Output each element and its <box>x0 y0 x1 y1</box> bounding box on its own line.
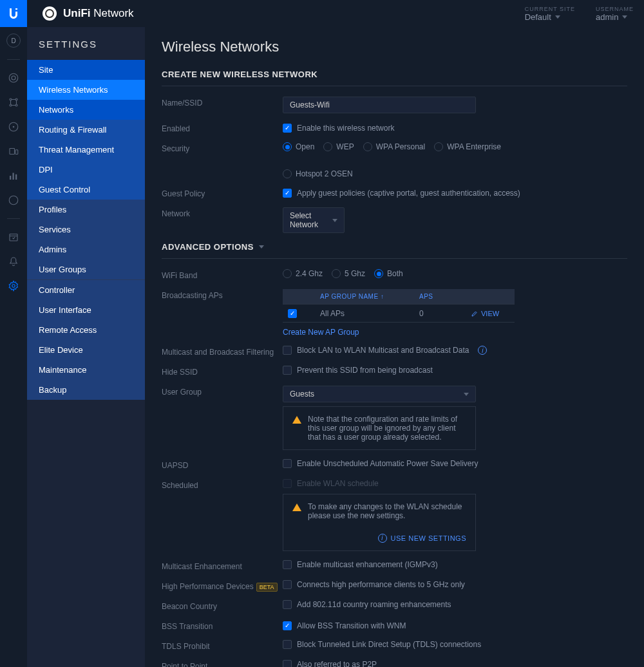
security-radio-wep[interactable]: WEP <box>323 142 354 151</box>
sidebar-title: SETTINGS <box>27 39 145 60</box>
sidebar-item-admins[interactable]: Admins <box>27 240 145 259</box>
settings-gear-icon[interactable] <box>7 279 20 292</box>
sidebar-item-profiles[interactable]: Profiles <box>27 200 145 220</box>
sidebar-item-elite-device[interactable]: Elite Device <box>27 340 145 360</box>
high-perf-checkbox[interactable]: Connects high performance clients to 5 G… <box>283 580 465 589</box>
ssid-input[interactable] <box>283 97 476 113</box>
warning-icon <box>292 503 301 511</box>
current-site-value: Default <box>525 12 551 22</box>
security-radio-wpa-personal[interactable]: WPA Personal <box>363 142 425 151</box>
sidebar-item-wireless-networks[interactable]: Wireless Networks <box>27 80 145 100</box>
label-network: Network <box>162 207 283 218</box>
info-icon: i <box>378 534 387 543</box>
sidebar-item-routing-and-firewall[interactable]: Routing & Firewall <box>27 120 145 140</box>
scheduled-note: To make any changes to the WLAN schedule… <box>283 494 476 551</box>
ap-row-checkbox[interactable] <box>288 309 297 318</box>
label-wifi-band: WiFi Band <box>162 269 283 280</box>
svg-rect-9 <box>15 150 18 155</box>
section-create-header: CREATE NEW WIRELESS NETWORK <box>162 70 627 86</box>
security-radio-wpa-enterprise[interactable]: WPA Enterprise <box>434 142 501 151</box>
beacon-country-checkbox[interactable]: Add 802.11d country roaming enhancements <box>283 600 451 609</box>
label-hide-ssid: Hide SSID <box>162 366 283 377</box>
svg-point-13 <box>9 196 18 205</box>
ap-row-name: All APs <box>320 309 419 318</box>
multicast-filter-checkbox[interactable]: Block LAN to WLAN Multicast and Broadcas… <box>283 346 487 355</box>
label-multicast-filter: Multicast and Broadcast Filtering <box>162 346 283 357</box>
multicast-enh-checkbox[interactable]: Enable multicast enhancement (IGMPv3) <box>283 560 438 569</box>
icon-sidebar: D <box>0 27 27 667</box>
beta-badge: BETA <box>256 583 278 592</box>
sidebar-item-services[interactable]: Services <box>27 220 145 240</box>
chevron-down-icon <box>332 219 337 222</box>
insights-icon[interactable] <box>7 194 20 207</box>
label-beacon-country: Beacon Country <box>162 600 283 611</box>
username-value: admin <box>596 12 618 22</box>
svg-point-1 <box>12 76 15 80</box>
section-advanced-header[interactable]: ADVANCED OPTIONS <box>162 242 627 259</box>
band-radio-24-ghz[interactable]: 2.4 Ghz <box>283 269 323 278</box>
calendar-icon[interactable] <box>7 230 20 243</box>
user-group-select[interactable]: Guests <box>283 386 476 402</box>
tdls-checkbox[interactable]: Block Tunneled Link Direct Setup (TDLS) … <box>283 640 481 649</box>
bell-icon[interactable] <box>7 255 20 268</box>
create-ap-group-link[interactable]: Create New AP Group <box>283 328 359 337</box>
p2p-checkbox[interactable]: Also referred to as P2P <box>283 660 377 668</box>
chevron-down-icon <box>259 245 264 249</box>
sidebar-item-user-interface[interactable]: User Interface <box>27 300 145 320</box>
sidebar-item-networks[interactable]: Networks <box>27 100 145 120</box>
sidebar-item-user-groups[interactable]: User Groups <box>27 259 145 279</box>
ap-group-table: AP GROUP NAME ↑ APS All APs 0 VIEW <box>283 289 515 323</box>
enabled-checkbox[interactable]: Enable this wireless network <box>283 124 394 133</box>
uapsd-checkbox[interactable]: Enable Unscheduled Automatic Power Save … <box>283 459 478 468</box>
guest-policy-checkbox[interactable]: Apply guest policies (captive portal, gu… <box>283 189 520 198</box>
svg-point-5 <box>15 104 17 106</box>
svg-rect-12 <box>15 174 17 180</box>
svg-rect-10 <box>10 176 11 180</box>
globe-icon[interactable] <box>7 71 20 84</box>
use-new-settings-link[interactable]: iUSE NEW SETTINGS <box>374 534 466 543</box>
sidebar-item-guest-control[interactable]: Guest Control <box>27 180 145 200</box>
label-broadcasting-aps: Broadcasting APs <box>162 289 283 300</box>
sidebar-item-dpi[interactable]: DPI <box>27 160 145 180</box>
sidebar-item-maintenance[interactable]: Maintenance <box>27 360 145 380</box>
sidebar-item-remote-access[interactable]: Remote Access <box>27 320 145 340</box>
topology-icon[interactable] <box>7 96 20 109</box>
band-radio-both[interactable]: Both <box>374 269 403 278</box>
svg-rect-14 <box>10 234 17 241</box>
ap-col-name: AP GROUP NAME ↑ <box>320 293 419 300</box>
security-radio-open[interactable]: Open <box>283 142 314 151</box>
current-site-dropdown[interactable]: CURRENT SITE Default <box>525 6 575 22</box>
info-icon[interactable]: i <box>478 346 487 355</box>
topbar: UniFi Network CURRENT SITE Default USERN… <box>0 0 644 27</box>
label-p2p: Point to Point <box>162 660 283 668</box>
svg-point-7 <box>13 126 14 127</box>
enabled-text: Enable this wireless network <box>297 124 394 133</box>
page-title: Wireless Networks <box>162 39 627 55</box>
sidebar-item-backup[interactable]: Backup <box>27 380 145 400</box>
label-tdls: TDLS Prohibit <box>162 640 283 651</box>
bss-transition-checkbox[interactable]: Allow BSS Transition with WNM <box>283 621 406 630</box>
hide-ssid-checkbox[interactable]: Prevent this SSID from being broadcast <box>283 366 433 375</box>
chevron-down-icon <box>622 15 627 19</box>
network-select[interactable]: Select Network <box>283 207 345 233</box>
label-user-group: User Group <box>162 386 283 397</box>
security-radio-hotspot-2-osen[interactable]: Hotspot 2 OSEN <box>283 169 353 178</box>
svg-point-4 <box>10 104 12 106</box>
table-row[interactable]: All APs 0 VIEW <box>283 305 515 323</box>
unifi-logo[interactable] <box>0 0 27 27</box>
sidebar-item-site[interactable]: Site <box>27 60 145 80</box>
devices-icon[interactable] <box>7 145 20 158</box>
sidebar-item-controller[interactable]: Controller <box>27 280 145 300</box>
app-title: UniFi Network <box>43 6 134 21</box>
band-radio-5-ghz[interactable]: 5 Ghz <box>332 269 365 278</box>
brand-prefix: UniFi <box>63 7 91 19</box>
app-circle-icon <box>43 6 57 21</box>
settings-sidebar: SETTINGS SiteWireless NetworksNetworksRo… <box>27 27 145 667</box>
dashboard-badge-icon[interactable]: D <box>6 33 21 48</box>
ap-row-view-link[interactable]: VIEW <box>471 310 509 317</box>
sidebar-item-threat-management[interactable]: Threat Management <box>27 140 145 160</box>
radar-icon[interactable] <box>7 120 20 133</box>
stats-icon[interactable] <box>7 169 20 182</box>
svg-rect-8 <box>10 149 15 155</box>
username-dropdown[interactable]: USERNAME admin <box>596 6 634 22</box>
